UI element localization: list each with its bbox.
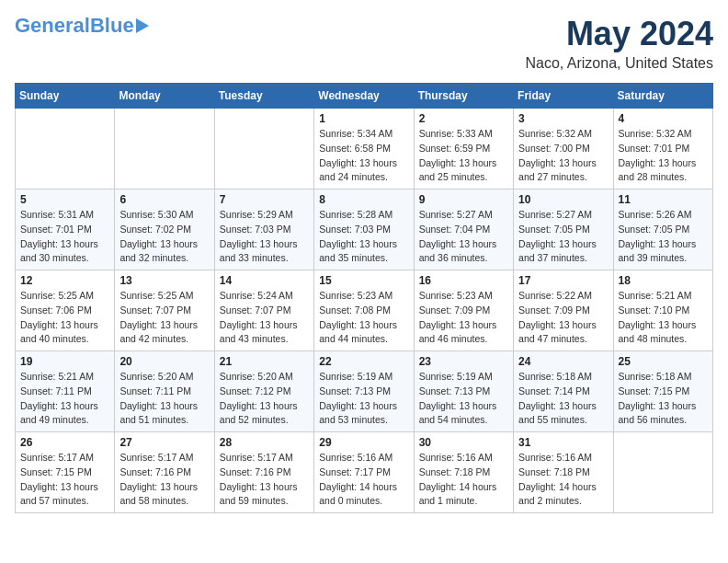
day-info: Sunrise: 5:31 AMSunset: 7:01 PMDaylight:…: [20, 208, 109, 266]
day-info: Sunrise: 5:25 AMSunset: 7:06 PMDaylight:…: [20, 289, 109, 347]
day-number: 1: [319, 112, 408, 125]
calendar-cell: 12Sunrise: 5:25 AMSunset: 7:06 PMDayligh…: [16, 270, 115, 351]
day-number: 2: [419, 112, 508, 125]
day-number: 10: [518, 193, 608, 206]
day-number: 8: [319, 193, 408, 206]
day-number: 4: [619, 112, 708, 125]
day-number: 17: [518, 274, 608, 287]
calendar-cell: 22Sunrise: 5:19 AMSunset: 7:13 PMDayligh…: [314, 351, 414, 432]
calendar-week-5: 26Sunrise: 5:17 AMSunset: 7:15 PMDayligh…: [16, 432, 713, 513]
logo: GeneralBlue: [15, 15, 149, 37]
calendar-cell: 24Sunrise: 5:18 AMSunset: 7:14 PMDayligh…: [514, 351, 613, 432]
calendar-header-sunday: Sunday: [16, 84, 115, 109]
calendar-cell: 8Sunrise: 5:28 AMSunset: 7:03 PMDaylight…: [314, 190, 414, 270]
calendar-header-monday: Monday: [115, 84, 214, 109]
subtitle: Naco, Arizona, United States: [525, 55, 713, 72]
calendar-cell: 20Sunrise: 5:20 AMSunset: 7:11 PMDayligh…: [115, 351, 214, 432]
calendar-header-wednesday: Wednesday: [314, 84, 414, 109]
day-number: 15: [319, 274, 408, 287]
day-info: Sunrise: 5:24 AMSunset: 7:07 PMDaylight:…: [220, 289, 309, 347]
calendar-header-saturday: Saturday: [613, 84, 712, 109]
day-number: 25: [619, 355, 708, 368]
calendar-cell: 30Sunrise: 5:16 AMSunset: 7:18 PMDayligh…: [414, 432, 513, 513]
calendar: SundayMondayTuesdayWednesdayThursdayFrid…: [15, 83, 713, 513]
calendar-cell: 5Sunrise: 5:31 AMSunset: 7:01 PMDaylight…: [16, 190, 115, 270]
day-info: Sunrise: 5:23 AMSunset: 7:08 PMDaylight:…: [319, 289, 408, 347]
day-info: Sunrise: 5:27 AMSunset: 7:05 PMDaylight:…: [518, 208, 608, 266]
day-number: 28: [220, 436, 309, 449]
day-info: Sunrise: 5:17 AMSunset: 7:15 PMDaylight:…: [20, 451, 109, 509]
title-area: May 2024 Naco, Arizona, United States: [525, 15, 713, 72]
logo-general: General: [15, 14, 90, 37]
day-number: 30: [419, 436, 508, 449]
day-number: 27: [119, 436, 209, 449]
calendar-cell: 3Sunrise: 5:32 AMSunset: 7:00 PMDaylight…: [514, 109, 613, 190]
calendar-cell: 19Sunrise: 5:21 AMSunset: 7:11 PMDayligh…: [16, 351, 115, 432]
logo-arrow-icon: [136, 18, 149, 33]
calendar-cell: 28Sunrise: 5:17 AMSunset: 7:16 PMDayligh…: [214, 432, 313, 513]
day-number: 23: [419, 355, 508, 368]
day-info: Sunrise: 5:29 AMSunset: 7:03 PMDaylight:…: [220, 208, 309, 266]
day-number: 29: [319, 436, 408, 449]
logo-text: GeneralBlue: [15, 15, 134, 37]
day-info: Sunrise: 5:33 AMSunset: 6:59 PMDaylight:…: [419, 127, 508, 185]
day-info: Sunrise: 5:30 AMSunset: 7:02 PMDaylight:…: [119, 208, 209, 266]
day-number: 11: [619, 193, 708, 206]
calendar-cell: 1Sunrise: 5:34 AMSunset: 6:58 PMDaylight…: [314, 109, 414, 190]
calendar-header-row: SundayMondayTuesdayWednesdayThursdayFrid…: [16, 84, 713, 109]
calendar-week-3: 12Sunrise: 5:25 AMSunset: 7:06 PMDayligh…: [16, 270, 713, 351]
day-info: Sunrise: 5:16 AMSunset: 7:18 PMDaylight:…: [419, 451, 508, 509]
day-info: Sunrise: 5:18 AMSunset: 7:15 PMDaylight:…: [619, 370, 708, 428]
header: GeneralBlue May 2024 Naco, Arizona, Unit…: [15, 15, 713, 72]
day-number: 6: [119, 193, 209, 206]
day-number: 5: [20, 193, 109, 206]
day-info: Sunrise: 5:21 AMSunset: 7:10 PMDaylight:…: [619, 289, 708, 347]
day-number: 20: [119, 355, 209, 368]
calendar-cell: 14Sunrise: 5:24 AMSunset: 7:07 PMDayligh…: [214, 270, 313, 351]
day-number: 16: [419, 274, 508, 287]
day-info: Sunrise: 5:26 AMSunset: 7:05 PMDaylight:…: [619, 208, 708, 266]
main-title: May 2024: [525, 15, 713, 53]
day-info: Sunrise: 5:28 AMSunset: 7:03 PMDaylight:…: [319, 208, 408, 266]
calendar-cell: [115, 109, 214, 190]
calendar-cell: [613, 432, 712, 513]
day-info: Sunrise: 5:20 AMSunset: 7:12 PMDaylight:…: [220, 370, 309, 428]
calendar-header-thursday: Thursday: [414, 84, 513, 109]
calendar-cell: 7Sunrise: 5:29 AMSunset: 7:03 PMDaylight…: [214, 190, 313, 270]
calendar-cell: 17Sunrise: 5:22 AMSunset: 7:09 PMDayligh…: [514, 270, 613, 351]
calendar-cell: 31Sunrise: 5:16 AMSunset: 7:18 PMDayligh…: [514, 432, 613, 513]
day-info: Sunrise: 5:19 AMSunset: 7:13 PMDaylight:…: [419, 370, 508, 428]
calendar-cell: 25Sunrise: 5:18 AMSunset: 7:15 PMDayligh…: [613, 351, 712, 432]
day-info: Sunrise: 5:18 AMSunset: 7:14 PMDaylight:…: [518, 370, 608, 428]
day-info: Sunrise: 5:32 AMSunset: 7:01 PMDaylight:…: [619, 127, 708, 185]
day-info: Sunrise: 5:17 AMSunset: 7:16 PMDaylight:…: [220, 451, 309, 509]
calendar-week-2: 5Sunrise: 5:31 AMSunset: 7:01 PMDaylight…: [16, 190, 713, 270]
calendar-cell: [16, 109, 115, 190]
calendar-cell: 13Sunrise: 5:25 AMSunset: 7:07 PMDayligh…: [115, 270, 214, 351]
day-info: Sunrise: 5:21 AMSunset: 7:11 PMDaylight:…: [20, 370, 109, 428]
day-number: 26: [20, 436, 109, 449]
calendar-cell: 15Sunrise: 5:23 AMSunset: 7:08 PMDayligh…: [314, 270, 414, 351]
day-number: 22: [319, 355, 408, 368]
day-info: Sunrise: 5:16 AMSunset: 7:17 PMDaylight:…: [319, 451, 408, 509]
day-number: 31: [518, 436, 608, 449]
calendar-cell: 6Sunrise: 5:30 AMSunset: 7:02 PMDaylight…: [115, 190, 214, 270]
day-info: Sunrise: 5:19 AMSunset: 7:13 PMDaylight:…: [319, 370, 408, 428]
calendar-cell: 10Sunrise: 5:27 AMSunset: 7:05 PMDayligh…: [514, 190, 613, 270]
calendar-cell: 29Sunrise: 5:16 AMSunset: 7:17 PMDayligh…: [314, 432, 414, 513]
calendar-cell: [214, 109, 313, 190]
calendar-week-1: 1Sunrise: 5:34 AMSunset: 6:58 PMDaylight…: [16, 109, 713, 190]
calendar-header-friday: Friday: [514, 84, 613, 109]
day-info: Sunrise: 5:25 AMSunset: 7:07 PMDaylight:…: [119, 289, 209, 347]
day-number: 13: [119, 274, 209, 287]
calendar-week-4: 19Sunrise: 5:21 AMSunset: 7:11 PMDayligh…: [16, 351, 713, 432]
logo-blue: Blue: [90, 14, 134, 37]
day-number: 21: [220, 355, 309, 368]
day-number: 14: [220, 274, 309, 287]
calendar-cell: 18Sunrise: 5:21 AMSunset: 7:10 PMDayligh…: [613, 270, 712, 351]
calendar-cell: 21Sunrise: 5:20 AMSunset: 7:12 PMDayligh…: [214, 351, 313, 432]
day-info: Sunrise: 5:20 AMSunset: 7:11 PMDaylight:…: [119, 370, 209, 428]
calendar-cell: 16Sunrise: 5:23 AMSunset: 7:09 PMDayligh…: [414, 270, 513, 351]
calendar-cell: 4Sunrise: 5:32 AMSunset: 7:01 PMDaylight…: [613, 109, 712, 190]
day-number: 18: [619, 274, 708, 287]
